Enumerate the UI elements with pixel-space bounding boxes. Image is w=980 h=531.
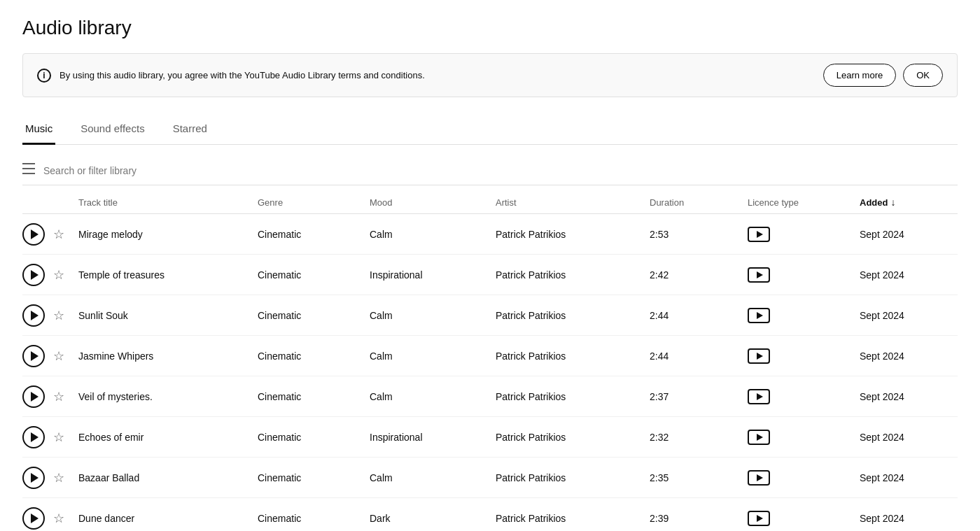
track-licence <box>748 348 860 364</box>
table-row: ☆ Echoes of emir Cinematic Inspirational… <box>22 417 958 458</box>
track-licence <box>748 511 860 526</box>
track-licence <box>748 227 860 242</box>
yt-play-icon <box>757 515 763 522</box>
track-mood: Calm <box>370 351 496 362</box>
col-header-artist: Artist <box>496 197 650 208</box>
table-row: ☆ Sunlit Souk Cinematic Calm Patrick Pat… <box>22 295 958 336</box>
star-button[interactable]: ☆ <box>50 429 67 446</box>
play-button[interactable] <box>22 385 45 408</box>
track-genre: Cinematic <box>258 351 370 362</box>
play-button[interactable] <box>22 223 45 246</box>
page-title: Audio library <box>22 17 958 39</box>
info-icon: i <box>37 69 51 83</box>
track-mood: Calm <box>370 472 496 483</box>
track-licence <box>748 308 860 323</box>
yt-play-icon <box>757 312 763 319</box>
star-button[interactable]: ☆ <box>50 348 67 364</box>
youtube-icon[interactable] <box>748 389 770 404</box>
yt-play-icon <box>757 353 763 360</box>
notice-text: By using this audio library, you agree w… <box>59 70 425 80</box>
track-mood: Inspirational <box>370 269 496 281</box>
col-header-mood: Mood <box>370 197 496 208</box>
ok-button[interactable]: OK <box>903 64 943 87</box>
youtube-icon[interactable] <box>748 267 770 283</box>
play-icon <box>31 392 38 402</box>
play-icon <box>31 351 38 361</box>
youtube-icon[interactable] <box>748 348 770 364</box>
star-button[interactable]: ☆ <box>50 510 67 527</box>
play-icon <box>31 311 38 320</box>
track-title: Dune dancer <box>78 513 258 524</box>
col-header-genre: Genre <box>258 197 370 208</box>
svg-rect-2 <box>22 173 35 174</box>
youtube-icon[interactable] <box>748 227 770 242</box>
youtube-icon[interactable] <box>748 430 770 445</box>
tab-music[interactable]: Music <box>22 114 55 145</box>
sort-arrow-icon: ↓ <box>890 197 895 208</box>
star-button[interactable]: ☆ <box>50 307 67 324</box>
svg-rect-0 <box>22 163 35 164</box>
play-button[interactable] <box>22 345 45 367</box>
star-button[interactable]: ☆ <box>50 267 67 283</box>
track-added: Sept 2024 <box>860 229 958 240</box>
track-duration: 2:39 <box>650 513 748 524</box>
track-mood: Dark <box>370 513 496 524</box>
youtube-icon[interactable] <box>748 470 770 486</box>
track-title: Temple of treasures <box>78 269 258 281</box>
play-icon <box>31 473 38 483</box>
track-added: Sept 2024 <box>860 432 958 443</box>
track-licence <box>748 389 860 404</box>
table-row: ☆ Bazaar Ballad Cinematic Calm Patrick P… <box>22 458 958 498</box>
track-genre: Cinematic <box>258 229 370 240</box>
tab-starred[interactable]: Starred <box>170 114 210 145</box>
notice-actions: Learn more OK <box>823 64 943 87</box>
track-list: ☆ Mirage melody Cinematic Calm Patrick P… <box>22 214 958 531</box>
learn-more-button[interactable]: Learn more <box>823 64 896 87</box>
track-artist: Patrick Patrikios <box>496 269 650 281</box>
yt-play-icon <box>757 474 763 481</box>
track-title: Bazaar Ballad <box>78 472 258 483</box>
youtube-icon[interactable] <box>748 308 770 323</box>
play-icon <box>31 432 38 442</box>
track-genre: Cinematic <box>258 472 370 483</box>
table-header: Track title Genre Mood Artist Duration L… <box>22 191 958 214</box>
track-added: Sept 2024 <box>860 351 958 362</box>
star-button[interactable]: ☆ <box>50 226 67 243</box>
col-header-added[interactable]: Added ↓ <box>860 197 958 208</box>
track-artist: Patrick Patrikios <box>496 432 650 443</box>
track-genre: Cinematic <box>258 391 370 402</box>
track-licence <box>748 430 860 445</box>
track-mood: Calm <box>370 229 496 240</box>
play-button[interactable] <box>22 264 45 286</box>
filter-icon[interactable] <box>22 163 35 178</box>
track-genre: Cinematic <box>258 269 370 281</box>
tab-sound-effects[interactable]: Sound effects <box>78 114 147 145</box>
track-title: Jasmine Whipers <box>78 351 258 362</box>
track-added: Sept 2024 <box>860 513 958 524</box>
play-icon <box>31 514 38 523</box>
table-row: ☆ Veil of mysteries. Cinematic Calm Patr… <box>22 376 958 417</box>
track-duration: 2:44 <box>650 310 748 321</box>
track-title: Mirage melody <box>78 229 258 240</box>
track-title: Echoes of emir <box>78 432 258 443</box>
play-button[interactable] <box>22 426 45 448</box>
play-icon <box>31 229 38 239</box>
track-duration: 2:37 <box>650 391 748 402</box>
youtube-icon[interactable] <box>748 511 770 526</box>
play-button[interactable] <box>22 304 45 327</box>
star-button[interactable]: ☆ <box>50 388 67 405</box>
svg-rect-1 <box>22 168 35 169</box>
notice-left: i By using this audio library, you agree… <box>37 69 425 83</box>
play-button[interactable] <box>22 467 45 489</box>
play-button[interactable] <box>22 507 45 530</box>
star-button[interactable]: ☆ <box>50 469 67 486</box>
track-licence <box>748 470 860 486</box>
track-artist: Patrick Patrikios <box>496 310 650 321</box>
track-genre: Cinematic <box>258 432 370 443</box>
track-mood: Calm <box>370 310 496 321</box>
col-header-track-title: Track title <box>78 197 258 208</box>
track-duration: 2:42 <box>650 269 748 281</box>
track-licence <box>748 267 860 283</box>
search-input[interactable] <box>43 165 958 176</box>
play-icon <box>31 270 38 280</box>
